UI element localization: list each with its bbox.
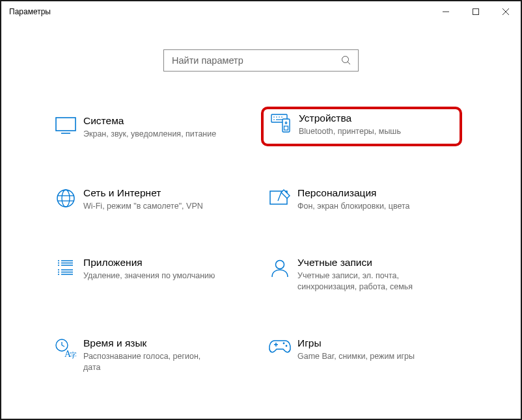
svg-point-18 <box>57 190 74 207</box>
minimize-button[interactable] <box>431 1 461 22</box>
apps-icon <box>51 256 81 293</box>
tile-network[interactable]: Сеть и Интернет Wi-Fi, режим "в самолете… <box>47 183 248 216</box>
personalization-icon <box>265 187 295 212</box>
window-controls <box>431 1 521 22</box>
tile-title: Приложения <box>83 256 244 269</box>
svg-rect-1 <box>473 9 479 15</box>
tile-title: Персонализация <box>297 187 458 200</box>
search-icon <box>341 55 351 66</box>
titlebar: Параметры <box>1 1 521 22</box>
maximize-icon <box>473 8 479 15</box>
tile-subtitle: Wi-Fi, режим "в самолете", VPN <box>83 201 220 212</box>
tile-title: Система <box>83 114 244 127</box>
tile-title: Сеть и Интернет <box>83 187 244 200</box>
svg-rect-6 <box>56 118 76 131</box>
svg-point-32 <box>58 274 59 275</box>
svg-line-23 <box>278 192 281 201</box>
devices-icon <box>266 112 296 137</box>
svg-point-19 <box>62 190 70 207</box>
close-icon <box>502 8 509 15</box>
tile-devices[interactable]: Устройства Bluetooth, принтеры, мышь <box>261 107 462 146</box>
tile-subtitle: Удаление, значения по умолчанию <box>83 270 220 282</box>
tile-subtitle: Фон, экран блокировки, цвета <box>297 201 434 212</box>
tile-title: Устройства <box>299 112 457 125</box>
svg-text:字: 字 <box>70 351 77 359</box>
svg-point-4 <box>342 57 349 63</box>
svg-line-5 <box>348 62 350 64</box>
tile-title: Учетные записи <box>297 256 458 269</box>
gaming-icon <box>265 337 295 373</box>
maximize-button[interactable] <box>461 1 491 22</box>
system-icon <box>51 114 81 142</box>
tile-subtitle: Экран, звук, уведомления, питание <box>83 129 220 140</box>
svg-point-36 <box>276 261 284 269</box>
tile-time-language[interactable]: A 字 Время и язык Распознавание голоса, р… <box>47 333 248 377</box>
tile-apps[interactable]: Приложения Удаление, значения по умолчан… <box>47 252 248 296</box>
settings-grid: Система Экран, звук, уведомления, питани… <box>1 111 521 377</box>
svg-point-31 <box>58 271 59 272</box>
tile-title: Игры <box>297 337 458 350</box>
time-language-icon: A 字 <box>51 337 81 373</box>
svg-point-26 <box>58 265 59 266</box>
tile-subtitle: Bluetooth, принтеры, мышь <box>299 126 435 137</box>
svg-point-25 <box>58 262 59 263</box>
tile-gaming[interactable]: Игры Game Bar, снимки, режим игры <box>261 333 462 377</box>
svg-point-44 <box>283 343 285 345</box>
svg-point-30 <box>58 269 59 270</box>
svg-point-45 <box>286 345 288 347</box>
svg-line-39 <box>62 345 64 347</box>
tile-subtitle: Учетные записи, эл. почта, синхронизация… <box>297 270 434 293</box>
tile-title: Время и язык <box>83 337 244 350</box>
close-button[interactable] <box>491 1 521 22</box>
svg-point-24 <box>58 260 59 261</box>
search-box[interactable] <box>163 49 359 72</box>
tile-accounts[interactable]: Учетные записи Учетные записи, эл. почта… <box>261 252 462 296</box>
minimize-icon <box>443 8 449 15</box>
tile-subtitle: Game Bar, снимки, режим игры <box>297 351 434 362</box>
tile-personalization[interactable]: Персонализация Фон, экран блокировки, цв… <box>261 183 462 216</box>
tile-subtitle: Распознавание голоса, регион, дата <box>83 351 220 373</box>
search-input[interactable] <box>171 55 341 66</box>
window-title: Параметры <box>9 7 51 16</box>
network-icon <box>51 187 81 212</box>
tile-system[interactable]: Система Экран, звук, уведомления, питани… <box>47 111 248 146</box>
accounts-icon <box>265 256 295 293</box>
